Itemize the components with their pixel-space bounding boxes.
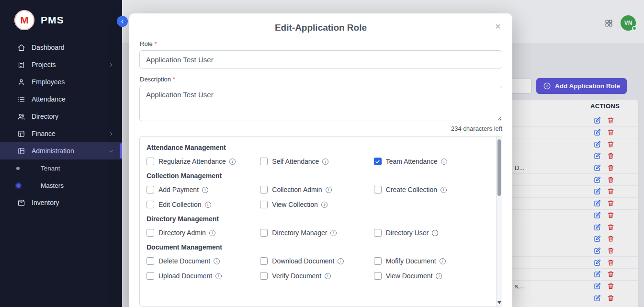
checkbox-unchecked[interactable]: [260, 229, 268, 237]
permission-grid: Directory AdminiDirectory ManageriDirect…: [147, 229, 487, 237]
projects-icon: [17, 61, 25, 69]
info-icon: i: [441, 159, 447, 165]
permission-directory-admin[interactable]: Directory Admini: [147, 229, 260, 237]
permission-collection-admin[interactable]: Collection Admini: [260, 186, 373, 193]
sidebar-subitem-label: Masters: [41, 182, 64, 189]
info-icon: i: [338, 258, 344, 264]
sidebar-item-finance[interactable]: Finance: [0, 125, 122, 142]
info-icon: i: [321, 202, 328, 208]
permission-grid: Delete DocumentiDownload DocumentiMofify…: [147, 257, 487, 280]
info-icon: i: [330, 230, 337, 236]
sidebar-item-label: Administration: [32, 147, 108, 155]
sidebar-item-dashboard[interactable]: Dashboard: [0, 39, 122, 56]
permission-grid: Add PaymentiCollection AdminiCreate Coll…: [147, 186, 487, 208]
scrollbar-thumb[interactable]: [497, 139, 501, 196]
permission-mofify-document[interactable]: Mofify Documenti: [374, 257, 487, 265]
characters-left-counter: 234 characters left: [139, 125, 502, 132]
permission-label: Directory Admin: [158, 229, 206, 237]
permission-label: Directory User: [386, 229, 429, 237]
description-textarea[interactable]: Application Test User: [139, 86, 502, 121]
sidebar: M PMS DashboardProjectsEmployeesAttendan…: [0, 0, 122, 307]
role-label: Role *: [140, 40, 502, 47]
permission-regularize-attendance[interactable]: Regularize Attendancei: [147, 158, 260, 165]
role-input[interactable]: [139, 50, 502, 68]
permission-label: Download Document: [272, 257, 334, 265]
checkbox-unchecked[interactable]: [374, 257, 382, 265]
permission-view-document[interactable]: View Documenti: [374, 272, 487, 280]
permission-create-collection[interactable]: Create Collectioni: [374, 186, 487, 193]
info-icon: i: [214, 258, 220, 264]
checkbox-unchecked[interactable]: [260, 158, 268, 165]
sidebar-subitem-tenant[interactable]: Tenant: [0, 159, 122, 177]
sidebar-item-attendance[interactable]: Attendance: [0, 91, 122, 108]
sidebar-item-label: Dashboard: [32, 44, 114, 51]
checkbox-unchecked[interactable]: [147, 272, 154, 280]
required-marker: *: [173, 76, 175, 83]
permission-directory-user[interactable]: Directory Useri: [374, 229, 487, 237]
sidebar-item-label: Attendance: [32, 95, 114, 103]
info-icon: i: [205, 202, 211, 208]
list-icon: [17, 95, 25, 103]
permission-self-attendance[interactable]: Self Attendancei: [260, 158, 373, 165]
sidebar-item-directory[interactable]: Directory: [0, 108, 122, 125]
scroll-down-arrow-icon[interactable]: [497, 301, 501, 304]
checkbox-unchecked[interactable]: [260, 186, 268, 193]
chevron-left-icon: [120, 19, 125, 24]
permission-label: Team Attendance: [386, 158, 438, 165]
checkbox-unchecked[interactable]: [147, 158, 154, 165]
permission-download-document[interactable]: Download Documenti: [260, 257, 373, 265]
screen: M PMS DashboardProjectsEmployeesAttendan…: [0, 0, 644, 307]
chevron-down-icon: [108, 148, 114, 154]
permission-label: Verify Document: [272, 272, 321, 280]
checkbox-unchecked[interactable]: [147, 229, 154, 237]
permission-verify-document[interactable]: Verify Documenti: [260, 272, 373, 280]
close-icon[interactable]: ×: [493, 19, 503, 33]
checkbox-unchecked[interactable]: [260, 201, 268, 208]
section-title-directory-management: Directory Management: [147, 215, 487, 223]
section-title-attendance-management: Attendance Management: [147, 144, 487, 151]
sidebar-item-inventory[interactable]: Inventory: [0, 194, 122, 211]
sidebar-item-label: Directory: [32, 113, 114, 120]
info-icon: i: [322, 159, 328, 165]
required-marker: *: [154, 40, 157, 47]
checkbox-checked[interactable]: [374, 158, 382, 165]
permission-team-attendance[interactable]: Team Attendancei: [374, 158, 487, 165]
permission-label: Directory Manager: [272, 229, 327, 237]
scrollbar[interactable]: [496, 136, 502, 307]
info-icon: i: [202, 187, 208, 193]
info-icon: i: [326, 187, 332, 193]
permission-label: Create Collection: [386, 186, 437, 193]
sidebar-item-administration[interactable]: Administration: [0, 142, 122, 159]
permission-upload-document[interactable]: Upload Documenti: [147, 272, 260, 280]
checkbox-unchecked[interactable]: [260, 257, 268, 265]
permission-edit-collection[interactable]: Edit Collectioni: [147, 201, 260, 208]
bullet-icon: [16, 183, 21, 188]
permission-delete-document[interactable]: Delete Documenti: [147, 257, 260, 265]
sidebar-subitem-masters[interactable]: Masters: [0, 177, 122, 194]
chevron-right-icon: [108, 62, 114, 68]
permission-label: Upload Document: [158, 272, 212, 280]
sidebar-item-projects[interactable]: Projects: [0, 56, 122, 73]
box-icon: [17, 199, 25, 207]
permission-label: View Document: [386, 272, 433, 280]
sidebar-item-label: Inventory: [32, 199, 114, 206]
checkbox-unchecked[interactable]: [260, 272, 268, 280]
checkbox-unchecked[interactable]: [147, 186, 154, 193]
info-icon: i: [229, 159, 236, 165]
bullet-icon: [16, 167, 20, 170]
permission-view-collection[interactable]: View Collectioni: [260, 201, 373, 208]
permission-add-payment[interactable]: Add Paymenti: [147, 186, 260, 193]
checkbox-unchecked[interactable]: [374, 272, 382, 280]
checkbox-unchecked[interactable]: [374, 229, 382, 237]
permission-directory-manager[interactable]: Directory Manageri: [260, 229, 373, 237]
checkbox-unchecked[interactable]: [147, 257, 154, 265]
finance-icon: [17, 130, 25, 138]
info-icon: i: [432, 230, 438, 236]
checkbox-unchecked[interactable]: [147, 201, 154, 208]
checkbox-unchecked[interactable]: [374, 186, 382, 193]
section-title-document-management: Document Management: [147, 243, 487, 251]
permission-grid: Regularize AttendanceiSelf AttendanceiTe…: [147, 158, 487, 165]
sidebar-collapse-button[interactable]: [117, 16, 128, 27]
sidebar-subitem-label: Tenant: [41, 165, 60, 172]
sidebar-item-employees[interactable]: Employees: [0, 73, 122, 91]
